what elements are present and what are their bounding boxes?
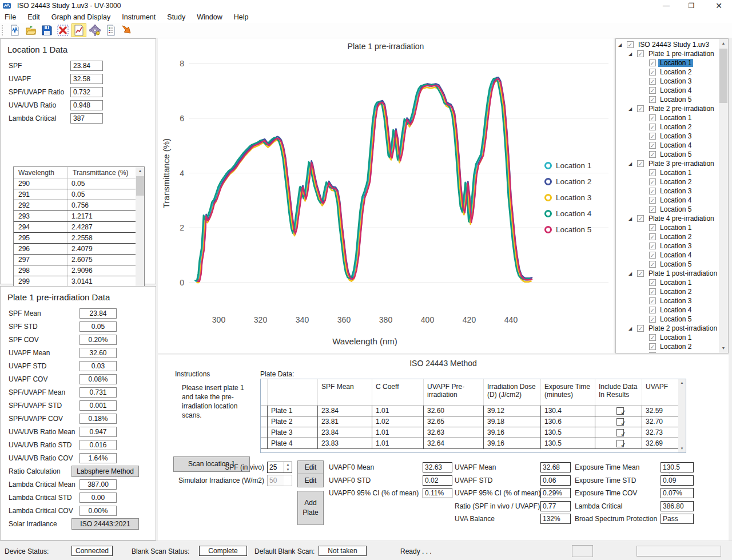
tree-group-label[interactable]: Plate 4 pre-irradiation (647, 215, 716, 223)
tree-item-selected[interactable]: Location 1 (658, 59, 693, 67)
tree-group-label[interactable]: Plate 1 post-irradiation (647, 269, 719, 277)
tree-checkbox[interactable]: ✓ (649, 352, 656, 353)
uva-uvb-ratio-cov-field[interactable]: 1.64% (79, 453, 117, 463)
table-row[interactable]: 2962.4079 (14, 244, 144, 255)
tree-checkbox[interactable]: ✓ (649, 169, 656, 176)
scan-document-icon[interactable] (7, 23, 22, 37)
tree-item-label[interactable]: Location 4 (658, 251, 693, 259)
menu-item-edit[interactable]: Edit (22, 11, 46, 23)
spf-in-vivo-stepper[interactable]: ▲▼ (267, 462, 292, 473)
tree-checkbox[interactable]: ✓ (649, 243, 656, 249)
tree-checkbox[interactable]: ✓ (649, 307, 656, 313)
menu-item-help[interactable]: Help (228, 11, 254, 23)
tree-checkbox[interactable]: ✓ (649, 316, 656, 323)
uva-uvb-ratio-field[interactable]: 0.948 (70, 100, 103, 110)
tree-item-label[interactable]: Location 1 (658, 169, 693, 177)
tree-item-label[interactable]: Location 2 (658, 233, 693, 241)
tree-item-label[interactable]: Location 3 (658, 242, 693, 250)
tree-checkbox[interactable]: ✓ (649, 261, 656, 268)
tree-group-label[interactable]: Plate 3 pre-irradiation (647, 160, 716, 168)
uva-uvb-ratio-std-field[interactable]: 0.016 (79, 440, 117, 450)
uvapf-mean-field[interactable]: 32.60 (79, 348, 117, 358)
tree-checkbox[interactable]: ✓ (649, 233, 656, 240)
plate-row-plate-1[interactable]: Plate 123.841.0132.6039.12130.4✓32.59 (261, 406, 686, 416)
tree-checkbox[interactable]: ✓ (649, 343, 656, 350)
tree-checkbox[interactable]: ✓ (649, 334, 656, 341)
uva-uvb-ratio-mean-field[interactable]: 0.947 (79, 427, 117, 437)
tree-checkbox[interactable]: ✓ (649, 87, 656, 94)
tree-item-label[interactable]: Location 3 (658, 187, 693, 195)
scroll-down-icon[interactable]: ▼ (678, 445, 686, 452)
spf-uvapf-cov-field[interactable]: 0.18% (79, 414, 117, 424)
restore-button[interactable]: ❐ (682, 0, 701, 11)
plate-row-plate-2[interactable]: Plate 223.811.0232.6539.18130.6✓32.70 (261, 416, 686, 427)
scrollbar-thumb[interactable] (136, 176, 144, 196)
expander-icon[interactable]: ◢ (628, 216, 632, 221)
expander-icon[interactable]: ◢ (628, 271, 632, 276)
export-data-icon[interactable] (120, 23, 134, 37)
tree-root-label[interactable]: ISO 24443 Study 1.uv3 (636, 41, 711, 49)
column-header-uvapf-pre[interactable]: UVAPF Pre-irradiation (424, 379, 484, 405)
legend-item-location-3[interactable]: Location 3 (544, 189, 591, 205)
exposure-time-mean-field[interactable]: 130.5 min (661, 462, 694, 472)
tree-checkbox[interactable]: ✓ (649, 279, 656, 286)
tree-item-label[interactable]: Location 3 (658, 352, 693, 353)
plate-row-plate-3[interactable]: Plate 323.841.0132.6339.16130.5✓32.73 (261, 427, 686, 438)
column-header-uvapf[interactable]: UVAPF (642, 379, 678, 405)
toolbar-grip[interactable] (2, 25, 5, 35)
tree-item-label[interactable]: Location 5 (658, 96, 693, 104)
edit-irradiance-button[interactable]: Edit (297, 474, 324, 487)
column-header-include[interactable]: Include Data In Results (595, 379, 642, 405)
close-button[interactable]: ✕ (709, 0, 729, 11)
table-row[interactable]: 2942.4287 (14, 222, 144, 233)
tree-checkbox[interactable]: ✓ (649, 124, 656, 130)
tree-checkbox[interactable]: ✓ (637, 325, 644, 332)
lambda-critical-std-field[interactable]: 0.00 (79, 493, 117, 503)
uvapf0-95-ci-of-mean--field[interactable]: 0.11% (423, 488, 452, 498)
save-icon[interactable] (39, 23, 54, 37)
include-data-checkbox[interactable]: ✓ (616, 407, 624, 415)
tree-group-label[interactable]: Plate 2 post-irradiation (647, 324, 719, 332)
settings-gear-icon[interactable] (87, 23, 102, 37)
legend-item-location-4[interactable]: Location 4 (544, 205, 591, 221)
table-row[interactable]: 2982.9096 (14, 265, 144, 276)
tree-checkbox[interactable]: ✓ (637, 105, 644, 112)
table-row[interactable]: 2972.6075 (14, 255, 144, 265)
study-tree[interactable]: ◢✓ISO 24443 Study 1.uv3◢✓Plate 1 pre-irr… (616, 40, 719, 353)
exposure-time-std-field[interactable]: 0.09 (661, 475, 694, 486)
uvapf0-std-field[interactable]: 0.02 (423, 475, 452, 486)
spf-field[interactable]: 23.84 (70, 61, 103, 71)
tree-checkbox[interactable]: ✓ (649, 142, 656, 149)
spf-uvapf-std-field[interactable]: 0.001 (79, 400, 117, 411)
tree-item-label[interactable]: Location 3 (658, 77, 693, 85)
legend-item-location-2[interactable]: Location 2 (544, 173, 591, 189)
lambda-critical-mean-field[interactable]: 387.00 (79, 479, 117, 490)
exposure-time-cov-field[interactable]: 0.07% (661, 488, 694, 498)
expander-icon[interactable]: ◢ (628, 326, 632, 331)
tree-scrollbar[interactable]: ▲ ▼ (719, 39, 728, 353)
spf-uvapf-mean-field[interactable]: 0.731 (79, 387, 117, 398)
table-row[interactable]: 2910.05 (14, 189, 144, 200)
scroll-down-icon[interactable]: ▼ (719, 344, 728, 353)
spf-in-vivo-input[interactable] (268, 462, 284, 472)
table-row[interactable]: 2900.05 (14, 178, 144, 189)
menu-item-instrument[interactable]: Instrument (116, 11, 161, 23)
column-header-c-coeff[interactable]: C Coeff (372, 379, 424, 405)
tree-checkbox[interactable]: ✓ (627, 41, 634, 48)
column-header-spf-mean[interactable]: SPF Mean (318, 379, 372, 405)
tree-item-label[interactable]: Location 2 (658, 68, 693, 76)
tree-item-label[interactable]: Location 3 (658, 297, 693, 305)
tree-item-label[interactable]: Location 3 (658, 132, 693, 140)
tree-item-label[interactable]: Location 2 (658, 178, 693, 186)
uvapf0-mean-field[interactable]: 32.63 (423, 462, 452, 472)
menu-item-study[interactable]: Study (161, 11, 191, 23)
lambda-critical-cov-field[interactable]: 0.00% (79, 506, 117, 516)
spf-std-field[interactable]: 0.05 (79, 321, 117, 332)
tree-checkbox[interactable]: ✓ (649, 297, 656, 304)
uvapf-std-field[interactable]: 0.03 (79, 361, 117, 371)
tree-checkbox[interactable]: ✓ (649, 224, 656, 231)
legend-item-location-5[interactable]: Location 5 (544, 221, 591, 237)
tree-checkbox[interactable]: ✓ (649, 69, 656, 76)
ratio-calculation-button[interactable]: Labsphere Method (71, 466, 139, 477)
tree-checkbox[interactable]: ✓ (649, 78, 656, 85)
